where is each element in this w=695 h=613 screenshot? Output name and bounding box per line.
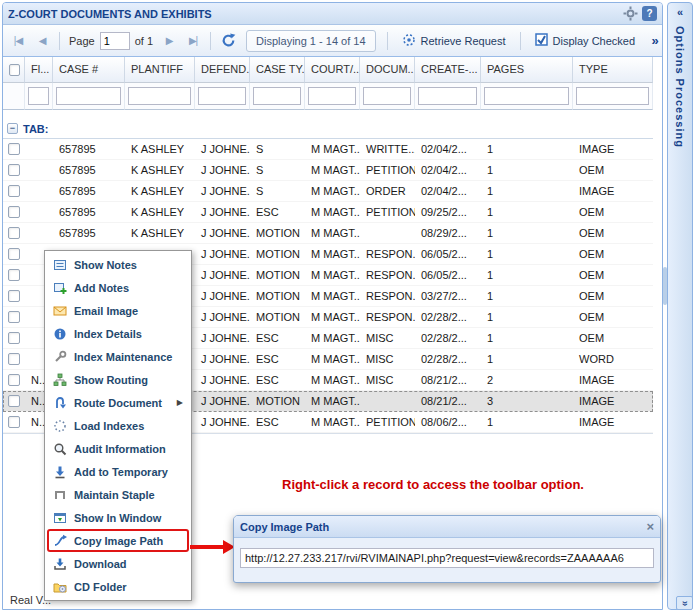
expand-left-icon[interactable]: « [672, 6, 688, 22]
checkbox-icon [535, 33, 548, 48]
row-checkbox[interactable] [3, 307, 25, 327]
refresh-button[interactable] [217, 30, 239, 52]
close-icon[interactable]: × [646, 519, 654, 534]
cell-document: MISC [360, 328, 415, 348]
gear-icon[interactable] [623, 6, 638, 21]
menu-item-maintain-staple[interactable]: Maintain Staple [47, 483, 189, 506]
menu-item-email-image[interactable]: Email Image [47, 299, 189, 322]
next-page-button[interactable]: ▶ [158, 30, 180, 52]
filter-casetype-input[interactable] [253, 87, 301, 105]
menu-item-index-maintenance[interactable]: Index Maintenance [47, 345, 189, 368]
cell-case: 657895 [53, 181, 125, 201]
menu-item-add-to-temporary[interactable]: Add to Temporary [47, 460, 189, 483]
table-row[interactable]: 657895 K ASHLEY J JOHNE... S M MAGT... O… [3, 181, 653, 202]
annotation-text: Right-click a record to access the toolb… [215, 477, 651, 492]
filter-document-input[interactable] [363, 87, 411, 105]
first-page-button[interactable]: |◀ [7, 30, 29, 52]
expand-bottom-button[interactable]: « [676, 596, 693, 610]
menu-item-cd-folder[interactable]: CD Folder [47, 575, 189, 598]
row-checkbox[interactable] [3, 202, 25, 222]
row-checkbox[interactable] [3, 181, 25, 201]
filter-case-input[interactable] [56, 87, 121, 105]
retrieve-request-button[interactable]: Retrieve Request [394, 29, 514, 52]
cell-type: IMAGE [573, 181, 653, 201]
row-checkbox[interactable] [3, 328, 25, 348]
menu-item-label: Show Notes [74, 259, 183, 271]
cell-court: M MAGT... [305, 160, 360, 180]
menu-item-audit-information[interactable]: Audit Information [47, 437, 189, 460]
prev-page-button[interactable]: ◀ [31, 30, 53, 52]
image-path-input[interactable] [240, 548, 654, 568]
load-indexes-icon [52, 419, 68, 433]
cell-created: 09/25/2... [415, 202, 481, 222]
menu-item-route-document[interactable]: Route Document ▶ [47, 391, 189, 414]
row-checkbox[interactable] [3, 160, 25, 180]
menu-item-show-notes[interactable]: Show Notes [47, 253, 189, 276]
checkbox-icon [8, 353, 20, 365]
retrieve-request-icon [402, 33, 416, 49]
filter-court-input[interactable] [308, 87, 356, 105]
row-checkbox[interactable] [3, 286, 25, 306]
row-checkbox[interactable] [3, 139, 25, 159]
row-checkbox[interactable] [3, 412, 25, 432]
column-header-pages[interactable]: PAGES [481, 57, 573, 83]
row-checkbox[interactable] [3, 223, 25, 243]
row-checkbox[interactable] [3, 370, 25, 390]
filter-plaintiff-input[interactable] [128, 87, 191, 105]
options-processing-panel[interactable]: « Options Processing [667, 2, 693, 610]
column-header-defendant[interactable]: DEFEND... [195, 57, 250, 83]
row-checkbox[interactable] [3, 244, 25, 264]
table-row[interactable]: 657895 K ASHLEY J JOHNE... S M MAGT... P… [3, 160, 653, 181]
cell-defendant: J JOHNE... [195, 412, 250, 432]
row-checkbox[interactable] [3, 265, 25, 285]
select-all-checkbox[interactable] [3, 57, 25, 83]
cell-created: 08/21/2... [415, 391, 481, 411]
cell-pages: 3 [481, 391, 573, 411]
filter-created-input[interactable] [418, 87, 477, 105]
column-header-created[interactable]: CREATE-... [415, 57, 481, 83]
menu-item-show-routing[interactable]: Show Routing [47, 368, 189, 391]
cell-pages: 1 [481, 202, 573, 222]
filter-pages-input[interactable] [484, 87, 569, 105]
dialog-body [234, 538, 660, 578]
column-header-plaintiff[interactable]: PLANTIFF [125, 57, 195, 83]
display-checked-button[interactable]: Display Checked [527, 29, 644, 52]
column-header-flag[interactable]: Fl... [25, 57, 53, 83]
column-header-court[interactable]: COURT/... [305, 57, 360, 83]
copy-image-path-dialog: Copy Image Path × [233, 515, 661, 583]
page-number-input[interactable] [100, 32, 130, 50]
menu-item-load-indexes[interactable]: Load Indexes [47, 414, 189, 437]
column-header-type[interactable]: TYPE [573, 57, 653, 83]
cell-court: M MAGT... [305, 244, 360, 264]
menu-item-label: Maintain Staple [74, 489, 183, 501]
menu-item-add-notes[interactable]: Add Notes [47, 276, 189, 299]
menu-item-show-in-window[interactable]: Show In Window [47, 506, 189, 529]
cell-defendant: J JOHNE... [195, 328, 250, 348]
table-row[interactable]: 657895 K ASHLEY J JOHNE... ESC M MAGT...… [3, 202, 653, 223]
cell-pages: 2 [481, 370, 573, 390]
collapse-group-icon[interactable]: − [7, 123, 18, 134]
row-checkbox[interactable] [3, 349, 25, 369]
menu-item-copy-image-path[interactable]: Copy Image Path [47, 529, 189, 552]
filter-defendant-input[interactable] [198, 87, 246, 105]
column-header-casetype[interactable]: CASE TY... [250, 57, 305, 83]
download-icon [52, 557, 68, 571]
row-checkbox[interactable] [3, 391, 25, 411]
menu-item-download[interactable]: Download [47, 552, 189, 575]
filter-flag-input[interactable] [28, 87, 49, 105]
help-icon[interactable]: ? [642, 6, 657, 21]
column-header-case[interactable]: CASE # [53, 57, 125, 83]
cell-type: OEM [573, 265, 653, 285]
toolbar-overflow-button[interactable]: » [645, 30, 663, 52]
table-row[interactable]: 657895 K ASHLEY J JOHNE... MOTION M MAGT… [3, 223, 653, 244]
checkbox-icon [8, 164, 20, 176]
table-row[interactable]: 657895 K ASHLEY J JOHNE... S M MAGT... W… [3, 139, 653, 160]
cell-created: 02/28/2... [415, 328, 481, 348]
menu-item-index-details[interactable]: Index Details [47, 322, 189, 345]
filter-type-input[interactable] [576, 87, 649, 105]
cell-created: 02/28/2... [415, 349, 481, 369]
last-page-button[interactable]: ▶| [182, 30, 204, 52]
checkbox-icon [8, 185, 20, 197]
column-header-document[interactable]: DOCUM... [360, 57, 415, 83]
cell-type: IMAGE [573, 370, 653, 390]
